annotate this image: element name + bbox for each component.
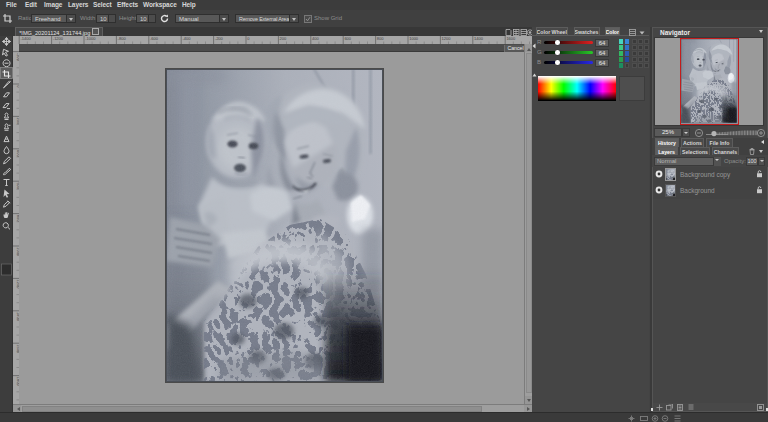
svg-text:-200: -200 <box>215 36 224 41</box>
svg-text:400: 400 <box>312 36 319 41</box>
svg-text:800: 800 <box>377 36 384 41</box>
svg-text:600: 600 <box>344 36 351 41</box>
svg-text:-400: -400 <box>182 36 191 41</box>
svg-text:1400: 1400 <box>474 36 484 41</box>
svg-text:-800: -800 <box>118 36 127 41</box>
svg-text:1000: 1000 <box>409 36 419 41</box>
svg-text:-600: -600 <box>150 36 159 41</box>
svg-text:-1000: -1000 <box>85 36 96 41</box>
svg-text:200: 200 <box>280 36 287 41</box>
svg-text:-1200: -1200 <box>53 36 64 41</box>
svg-text:-1400: -1400 <box>20 36 31 41</box>
svg-text:1600: 1600 <box>506 36 516 41</box>
svg-text:1200: 1200 <box>442 36 452 41</box>
